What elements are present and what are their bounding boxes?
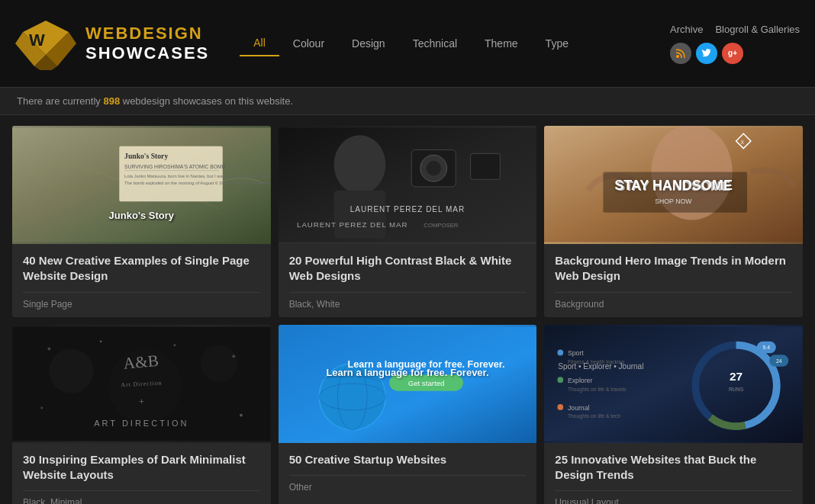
card-6-title: 25 Innovative Websites that Buck the Des…: [555, 452, 792, 483]
svg-text:Explorer: Explorer: [568, 377, 592, 384]
main-navigation: All Colour Design Technical Theme Type: [240, 30, 670, 56]
google-plus-icon[interactable]: g+: [722, 43, 743, 64]
subheader-suffix: webdesign showcases on this website.: [120, 95, 293, 107]
nav-theme[interactable]: Theme: [471, 31, 532, 56]
nav-design[interactable]: Design: [338, 31, 399, 56]
card-3-thumbnail: X STAY HANDSOME SHOP NOW: [544, 126, 803, 244]
svg-text:Lola Junko Matsuura, born live: Lola Junko Matsuura, born live in Nantes…: [124, 174, 271, 178]
archive-link[interactable]: Archive: [670, 24, 703, 35]
social-icons: g+: [670, 43, 743, 64]
showcase-count: 898: [103, 95, 120, 107]
card-3-title: Background Hero Image Trends in Modern W…: [555, 253, 792, 284]
svg-point-56: [558, 404, 564, 410]
right-navigation: Archive Blogroll & Galleries g+: [670, 24, 800, 64]
card-2-title: 20 Powerful High Contrast Black & White …: [289, 253, 527, 284]
svg-text:W: W: [29, 30, 45, 50]
nav-type[interactable]: Type: [532, 31, 582, 56]
card-grid: Junko's Story SURVIVING HIROSHIMA'S ATOM…: [0, 115, 815, 504]
svg-point-5: [676, 55, 679, 58]
card-black-white[interactable]: LAURENT PEREZ DEL MAR COMPOSER 20 Powerf…: [279, 126, 537, 317]
svg-point-38: [173, 344, 176, 346]
svg-rect-19: [470, 153, 500, 179]
svg-point-41: [240, 413, 243, 416]
twitter-icon[interactable]: [696, 43, 717, 64]
card-4-title: 30 Inspiring Examples of Dark Minimalist…: [23, 452, 260, 483]
rss-icon[interactable]: [670, 43, 691, 64]
svg-rect-26: [604, 172, 748, 213]
card-single-page[interactable]: Junko's Story SURVIVING HIROSHIMA'S ATOM…: [12, 126, 271, 317]
logo-text: WEBDESIGN SHOWCASES: [85, 24, 209, 63]
svg-point-39: [232, 355, 235, 358]
logo-webdesign-text: WEBDESIGN: [85, 24, 209, 43]
svg-text:A&B: A&B: [123, 351, 159, 372]
svg-text:24: 24: [776, 358, 782, 363]
svg-text:9.4: 9.4: [763, 345, 771, 350]
card-1-thumbnail: Junko's Story SURVIVING HIROSHIMA'S ATOM…: [12, 126, 271, 244]
svg-text:COMPOSER: COMPOSER: [424, 222, 459, 229]
card-2-thumbnail: LAURENT PEREZ DEL MAR COMPOSER: [279, 126, 537, 244]
nav-colour[interactable]: Colour: [279, 31, 338, 56]
card-1-title: 40 New Creative Examples of Single Page …: [23, 253, 260, 284]
card-5-tag: Other: [289, 475, 527, 493]
card-startup-websites[interactable]: Learn a language for free. Forever. Get …: [279, 325, 537, 505]
logo-showcases-text: SHOWCASES: [85, 43, 209, 63]
svg-text:STAY HANDSOME: STAY HANDSOME: [617, 178, 731, 194]
card-4-body: 30 Inspiring Examples of Dark Minimalist…: [12, 443, 271, 505]
card-hero-image[interactable]: X STAY HANDSOME SHOP NOW Background Hero…: [544, 126, 803, 317]
card-2-tag: Black, White: [289, 292, 527, 310]
svg-text:Sport: Sport: [568, 349, 584, 357]
svg-text:27: 27: [730, 370, 743, 383]
svg-point-32: [201, 345, 237, 381]
card-dark-minimalist[interactable]: A&B Art Direction + 30 Inspiring Example…: [12, 325, 271, 505]
logo[interactable]: W WEBDESIGN SHOWCASES: [15, 17, 209, 70]
card-2-body: 20 Powerful High Contrast Black & White …: [279, 244, 537, 317]
svg-text:Fitness & health tracking: Fitness & health tracking: [568, 358, 624, 364]
subheader-prefix: There are currently: [17, 95, 103, 107]
card-6-body: 25 Innovative Websites that Buck the Des…: [544, 443, 803, 505]
card-5-body: 50 Creative Startup Websites Other: [279, 443, 537, 500]
svg-text:Get started: Get started: [408, 378, 444, 387]
nav-all[interactable]: All: [240, 30, 279, 56]
svg-text:RUNS: RUNS: [729, 386, 744, 391]
logo-icon: W: [15, 17, 76, 70]
card-6-thumbnail: Sport Fitness & health tracking Explorer…: [544, 325, 803, 443]
svg-point-14: [333, 135, 385, 194]
svg-text:SURVIVING HIROSHIMA'S ATOMIC B: SURVIVING HIROSHIMA'S ATOMIC BOMB: [124, 164, 226, 169]
card-6-tag: Unusual Layout: [555, 490, 792, 504]
card-5-thumbnail: Learn a language for free. Forever. Get …: [279, 325, 537, 443]
card-5-title: 50 Creative Startup Websites: [289, 452, 527, 467]
svg-text:Learn a language for free. For: Learn a language for free. Forever.: [347, 358, 504, 369]
subheader-bar: There are currently 898 webdesign showca…: [0, 88, 815, 115]
card-3-body: Background Hero Image Trends in Modern W…: [544, 244, 803, 317]
svg-point-40: [40, 406, 43, 409]
svg-rect-15: [333, 191, 385, 239]
svg-text:Junko's Story: Junko's Story: [124, 152, 168, 160]
site-header: W WEBDESIGN SHOWCASES All Colour Design …: [0, 0, 815, 88]
svg-point-53: [558, 377, 564, 383]
card-4-tag: Black, Minimal: [23, 490, 260, 504]
svg-text:Thoughts on life & tech: Thoughts on life & tech: [568, 413, 620, 419]
svg-point-43: [319, 363, 385, 429]
card-1-tag: Single Page: [23, 292, 260, 310]
svg-point-30: [49, 348, 93, 393]
svg-text:Journal: Journal: [568, 403, 590, 411]
svg-point-36: [47, 347, 50, 350]
card-4-thumbnail: A&B Art Direction +: [12, 325, 271, 443]
nav-technical[interactable]: Technical: [399, 31, 471, 56]
blogroll-link[interactable]: Blogroll & Galleries: [715, 24, 800, 35]
svg-text:X: X: [741, 140, 745, 145]
svg-text:LAURENT PEREZ DEL MAR: LAURENT PEREZ DEL MAR: [297, 220, 408, 229]
svg-text:+: +: [139, 396, 144, 406]
right-nav-links: Archive Blogroll & Galleries: [670, 24, 800, 35]
card-1-body: 40 New Creative Examples of Single Page …: [12, 244, 271, 317]
svg-point-18: [426, 161, 440, 175]
card-3-tag: Background: [555, 292, 792, 310]
svg-text:Thoughts on life & travels: Thoughts on life & travels: [568, 386, 627, 392]
svg-text:The bomb exploded on the morni: The bomb exploded on the morning of Augu…: [124, 181, 271, 185]
svg-point-50: [558, 349, 564, 355]
svg-text:SHOP NOW: SHOP NOW: [656, 197, 693, 205]
card-buck-trends[interactable]: Sport Fitness & health tracking Explorer…: [544, 325, 803, 505]
svg-point-37: [100, 340, 102, 342]
